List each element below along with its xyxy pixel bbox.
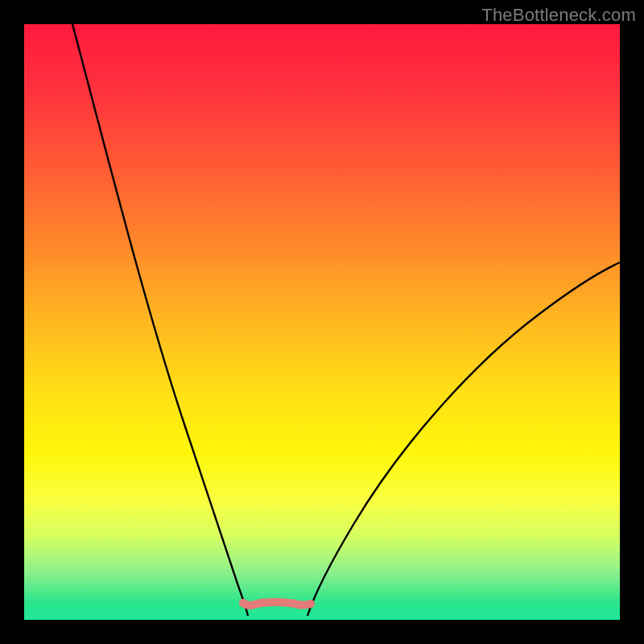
curve-left [72,24,248,616]
curve-layer [24,24,620,620]
watermark-text: TheBottleneck.com [481,5,636,26]
curve-right [308,262,620,616]
bump-dot-2 [275,599,283,606]
bump-dot-1 [259,599,266,606]
plot-area [24,24,620,620]
bump-end-right [307,600,315,608]
chart-frame: TheBottleneck.com [0,0,644,644]
bump-dot-3 [291,600,299,607]
bump-end-left [239,599,247,607]
